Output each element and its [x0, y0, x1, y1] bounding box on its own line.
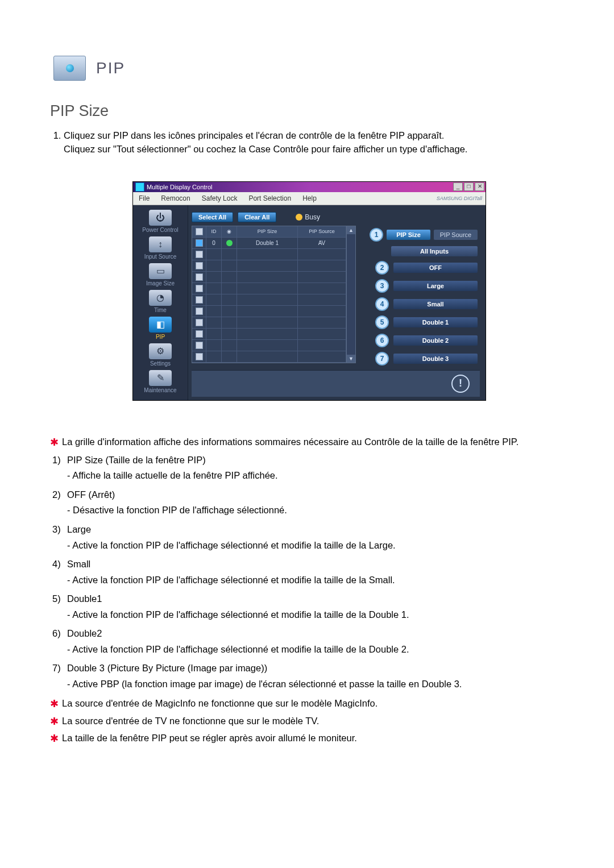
row-checkbox[interactable] — [196, 239, 203, 247]
callout-5: 5 — [375, 315, 389, 329]
info-icon[interactable]: ! — [451, 375, 470, 393]
close-button[interactable]: ✕ — [475, 182, 484, 191]
tab-pip-size[interactable]: PIP Size — [387, 230, 430, 240]
grid-header: ✓ ID ◉ PIP Size PIP Source — [192, 226, 346, 238]
sidebar-item-label: Image Size — [136, 280, 184, 286]
note-magicinfo: La source d'entrée de MagicInfo ne fonct… — [62, 696, 377, 712]
row-checkbox[interactable] — [196, 296, 203, 304]
list-subtext: - Active la fonction PIP de l'affichage … — [67, 608, 569, 622]
header-pip-size: PIP Size — [237, 226, 298, 237]
row-checkbox[interactable] — [196, 330, 203, 338]
table-row[interactable] — [192, 329, 346, 340]
menu-help[interactable]: Help — [297, 194, 322, 202]
option-large-button[interactable]: Large — [393, 281, 478, 291]
header-status-icon: ◉ — [222, 226, 237, 237]
list-number: 5) — [52, 592, 67, 607]
table-row[interactable] — [192, 249, 346, 260]
all-inputs-label: All Inputs — [391, 246, 478, 256]
tab-pip-source[interactable]: PIP Source — [434, 230, 478, 240]
star-icon: ✱ — [50, 696, 59, 712]
option-small-button[interactable]: Small — [393, 299, 478, 309]
sidebar: ⏻Power Control↕Input Source▭Image Size◔T… — [133, 205, 188, 400]
row-checkbox[interactable] — [196, 342, 203, 349]
table-row[interactable] — [192, 283, 346, 294]
row-checkbox[interactable] — [196, 285, 203, 292]
callout-2: 2 — [375, 261, 389, 275]
sidebar-icon: ✎ — [149, 370, 172, 386]
list-title: OFF (Arrêt) — [67, 488, 115, 502]
star-icon: ✱ — [50, 714, 59, 730]
sidebar-item-label: PIP — [136, 334, 184, 340]
list-number: 4) — [52, 557, 67, 572]
callout-6: 6 — [375, 334, 389, 347]
list-subtext: - Active la fonction PIP de l'affichage … — [67, 538, 569, 553]
select-all-button[interactable]: Select All — [192, 212, 233, 222]
sidebar-item-settings[interactable]: ⚙Settings — [136, 343, 184, 367]
scroll-down-icon[interactable]: ▼ — [347, 355, 355, 363]
scroll-up-icon[interactable]: ▲ — [347, 226, 355, 234]
row-checkbox[interactable] — [196, 353, 203, 360]
list-subtext: - Désactive la fonction PIP de l'afficha… — [67, 503, 569, 518]
menu-file[interactable]: File — [133, 194, 155, 202]
table-row[interactable] — [192, 340, 346, 351]
table-row[interactable] — [192, 306, 346, 317]
star-icon: ✱ — [50, 731, 59, 747]
row-checkbox[interactable] — [196, 262, 203, 269]
section-header: PIP — [53, 56, 569, 81]
list-number: 7) — [52, 661, 67, 676]
maximize-button[interactable]: □ — [464, 182, 474, 191]
explanatory-notes: ✱La grille d'information affiche des inf… — [50, 435, 569, 747]
list-number: 3) — [52, 522, 67, 537]
busy-icon — [296, 214, 302, 221]
status-dot-icon — [226, 240, 233, 246]
list-number: 6) — [52, 626, 67, 641]
note-after-power: La taille de la fenêtre PIP peut se régl… — [62, 731, 357, 747]
list-subtext: - Active la fonction PIP de l'affichage … — [67, 642, 569, 657]
minimize-button[interactable]: _ — [453, 182, 463, 191]
menu-port-selection[interactable]: Port Selection — [243, 194, 297, 202]
callout-1: 1 — [370, 228, 383, 242]
table-row[interactable] — [192, 260, 346, 272]
sidebar-item-time[interactable]: ◔Time — [136, 290, 184, 313]
header-checkbox-icon[interactable]: ✓ — [196, 228, 203, 235]
list-number: 2) — [52, 488, 67, 502]
sidebar-item-power-control[interactable]: ⏻Power Control — [136, 210, 184, 233]
row-checkbox[interactable] — [196, 251, 203, 258]
list-title: Double1 — [67, 592, 102, 607]
intro-line-1b: Cliquez sur "Tout sélectionner" ou coche… — [64, 144, 467, 154]
row-checkbox[interactable] — [196, 319, 203, 326]
table-row[interactable] — [192, 351, 346, 363]
clear-all-button[interactable]: Clear All — [238, 212, 276, 222]
sidebar-item-maintenance[interactable]: ✎Maintenance — [136, 370, 184, 393]
table-row[interactable] — [192, 294, 346, 306]
busy-indicator: Busy — [296, 213, 320, 221]
table-row[interactable] — [192, 272, 346, 283]
option-double-2-button[interactable]: Double 2 — [393, 335, 478, 346]
table-row[interactable] — [192, 317, 346, 329]
pip-monitor-icon — [53, 56, 86, 81]
table-row[interactable]: 0 Double 1 AV — [192, 238, 346, 249]
option-double-3-button[interactable]: Double 3 — [393, 354, 478, 364]
list-title: Double 3 (Picture By Picture (Image par … — [67, 661, 267, 676]
menu-safety-lock[interactable]: Safety Lock — [196, 194, 243, 202]
option-off-button[interactable]: OFF — [393, 263, 478, 273]
row-checkbox[interactable] — [196, 308, 203, 315]
sidebar-item-label: Power Control — [136, 227, 184, 233]
row-checkbox[interactable] — [196, 273, 203, 281]
list-title: Double2 — [67, 626, 102, 641]
sidebar-item-image-size[interactable]: ▭Image Size — [136, 263, 184, 286]
option-double-1-button[interactable]: Double 1 — [393, 317, 478, 327]
header-id: ID — [206, 226, 222, 237]
note-tv: La source d'entrée de TV ne fonctionne q… — [62, 714, 319, 730]
grid-scrollbar[interactable]: ▲ ▼ — [347, 226, 356, 363]
callout-4: 4 — [375, 297, 389, 311]
app-screenshot: Multiple Display Control _ □ ✕ File Remo… — [132, 181, 486, 401]
list-title: Small — [67, 557, 90, 572]
menu-remocon[interactable]: Remocon — [155, 194, 196, 202]
sidebar-item-input-source[interactable]: ↕Input Source — [136, 236, 184, 260]
callout-3: 3 — [375, 279, 389, 293]
sidebar-item-pip[interactable]: ◧PIP — [136, 317, 184, 340]
row-id: 0 — [206, 238, 222, 248]
window-title: Multiple Display Control — [147, 184, 213, 190]
list-number: 1) — [52, 453, 67, 468]
